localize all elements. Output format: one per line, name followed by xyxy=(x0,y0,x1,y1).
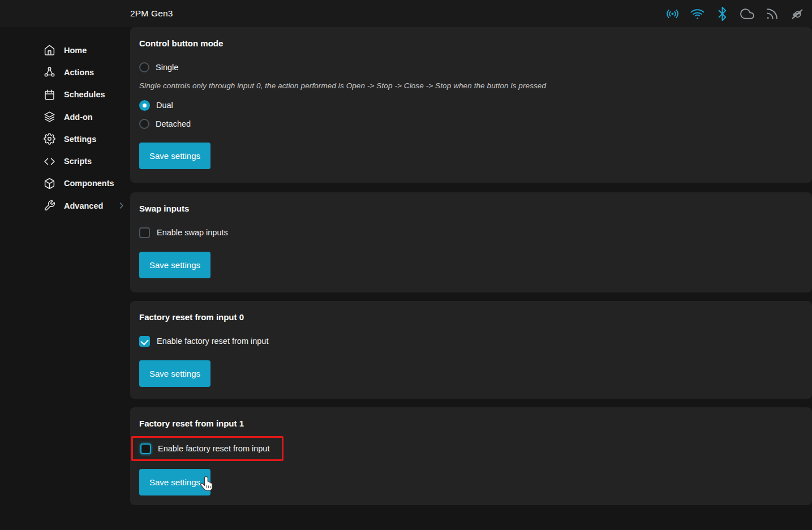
radio-checked[interactable] xyxy=(139,100,150,111)
save-settings-button[interactable]: Save settings xyxy=(139,360,210,387)
sidebar-item-actions[interactable]: Actions xyxy=(0,61,130,83)
section-swap-inputs: Swap inputs Enable swap inputs Save sett… xyxy=(130,192,812,292)
code-icon xyxy=(44,156,55,167)
mqtt-rss-icon[interactable] xyxy=(765,7,779,21)
sidebar-item-components[interactable]: Components xyxy=(0,173,130,195)
sidebar-item-advanced[interactable]: Advanced xyxy=(0,195,130,217)
checkbox-unchecked-focused[interactable] xyxy=(140,443,151,454)
gear-icon xyxy=(44,133,55,145)
layers-icon xyxy=(44,111,55,123)
enable-factory-reset-0-checkbox-row[interactable]: Enable factory reset from input xyxy=(139,335,268,347)
save-settings-button[interactable]: Save settings xyxy=(139,143,210,169)
radio-unchecked[interactable] xyxy=(139,62,149,72)
chevron-right-icon xyxy=(117,201,126,210)
wrench-icon xyxy=(44,200,55,212)
device-title: 2PM Gen3 xyxy=(130,0,173,27)
cube-icon xyxy=(44,178,55,189)
radio-option-dual[interactable]: Dual xyxy=(139,100,173,111)
checkbox-label: Enable factory reset from input xyxy=(158,444,269,453)
sidebar-label: Actions xyxy=(64,68,94,77)
sidebar-item-home[interactable]: Home xyxy=(0,39,130,61)
actions-icon xyxy=(44,66,55,78)
sidebar-label: Settings xyxy=(64,135,96,144)
section-factory-reset-input-0: Factory reset from input 0 Enable factor… xyxy=(130,301,812,399)
radio-option-detached[interactable]: Detached xyxy=(139,118,191,130)
single-mode-hint: Single controls only through input 0, th… xyxy=(139,81,803,90)
sidebar-item-addon[interactable]: Add-on xyxy=(0,106,130,128)
section-title: Control button mode xyxy=(139,27,803,48)
enable-factory-reset-1-checkbox-row[interactable]: Enable factory reset from input xyxy=(140,442,269,455)
wifi-icon[interactable] xyxy=(690,7,704,21)
section-title: Factory reset from input 0 xyxy=(139,301,803,322)
save-settings-button[interactable]: Save settings xyxy=(139,252,210,278)
status-icon-group xyxy=(665,0,804,27)
bluetooth-icon[interactable] xyxy=(715,7,729,21)
access-point-icon[interactable] xyxy=(665,7,680,21)
sidebar-label: Add-on xyxy=(64,113,93,122)
ethernet-off-icon[interactable] xyxy=(790,7,804,21)
red-annotation-box: Enable factory reset from input xyxy=(131,436,283,461)
sidebar-nav: Home Actions Schedules xyxy=(0,27,130,530)
enable-swap-inputs-checkbox-row[interactable]: Enable swap inputs xyxy=(139,226,228,239)
checkbox-label: Enable factory reset from input xyxy=(157,337,268,346)
sidebar-item-settings[interactable]: Settings xyxy=(0,128,130,150)
checkbox-unchecked[interactable] xyxy=(139,227,150,238)
save-settings-button[interactable]: Save settings xyxy=(139,469,210,495)
cloud-icon[interactable] xyxy=(740,7,754,21)
sidebar-label: Components xyxy=(64,179,114,188)
sidebar-label: Scripts xyxy=(64,157,92,166)
section-title: Swap inputs xyxy=(139,192,803,213)
main-content: Control button mode Single Single contro… xyxy=(130,27,812,505)
section-title: Factory reset from input 1 xyxy=(139,407,803,428)
section-control-button-mode: Control button mode Single Single contro… xyxy=(130,27,812,183)
sidebar-label: Schedules xyxy=(64,90,105,99)
top-bar: 2PM Gen3 xyxy=(0,0,812,27)
radio-label: Single xyxy=(156,63,178,72)
radio-unchecked[interactable] xyxy=(139,119,149,129)
radio-label: Dual xyxy=(156,101,173,110)
sidebar-item-scripts[interactable]: Scripts xyxy=(0,150,130,172)
section-factory-reset-input-1: Factory reset from input 1 Enable factor… xyxy=(130,407,812,505)
checkbox-checked[interactable] xyxy=(139,336,150,347)
checkbox-label: Enable swap inputs xyxy=(157,228,228,237)
radio-label: Detached xyxy=(156,119,191,128)
sidebar-label: Advanced xyxy=(64,201,103,210)
home-icon xyxy=(44,44,55,56)
calendar-icon xyxy=(44,89,55,101)
sidebar-label: Home xyxy=(64,46,87,55)
radio-option-single[interactable]: Single xyxy=(139,62,178,73)
sidebar-item-schedules[interactable]: Schedules xyxy=(0,84,130,106)
